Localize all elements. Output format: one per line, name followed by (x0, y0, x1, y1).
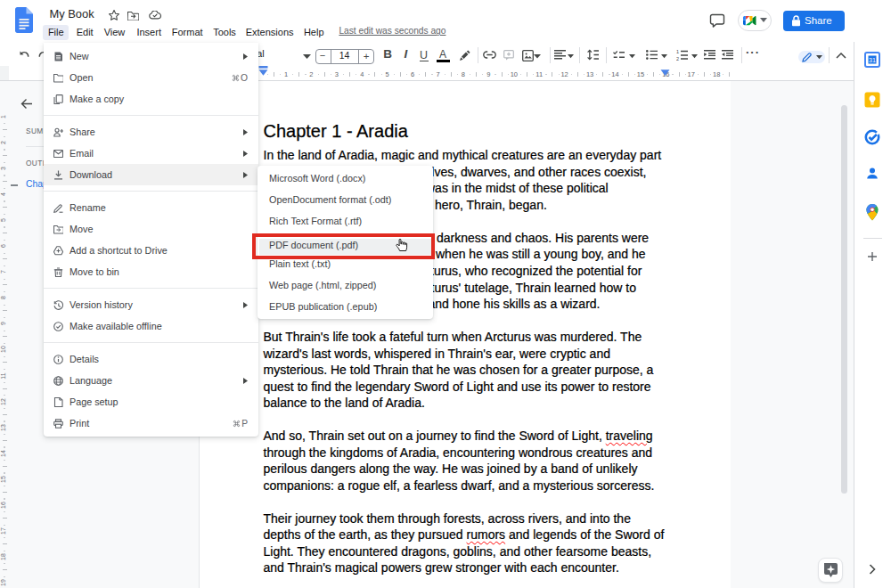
svg-text:31: 31 (869, 57, 876, 63)
svg-text:2: 2 (676, 56, 679, 61)
svg-text:1: 1 (676, 49, 679, 54)
